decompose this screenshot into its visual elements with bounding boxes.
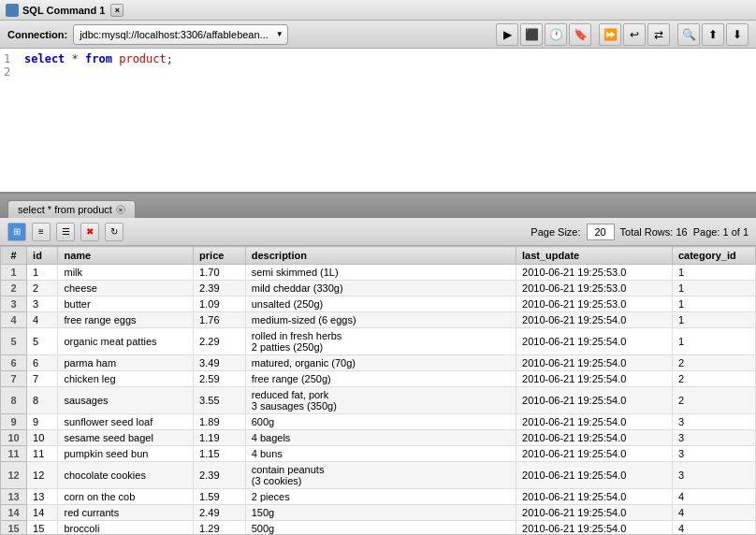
history-icon[interactable]: 🕐 [545, 23, 567, 46]
table-row[interactable]: 7 7 chicken leg 2.59 free range (250g) 2… [1, 371, 756, 387]
cell-id: 15 [27, 521, 58, 535]
cell-description: reduced fat, pork3 sausages (350g) [245, 387, 516, 414]
cell-rownum: 9 [1, 414, 27, 430]
cell-rownum: 5 [1, 328, 27, 355]
form-view-icon[interactable]: ☰ [56, 223, 75, 241]
table-row[interactable]: 10 10 sesame seed bagel 1.19 4 bagels 20… [1, 430, 756, 446]
cell-id: 2 [27, 281, 58, 296]
cell-name: chocolate cookies [58, 462, 194, 489]
cell-category-id: 4 [672, 521, 755, 535]
run-icon[interactable]: ▶ [496, 23, 518, 46]
cell-description: 500g [245, 521, 516, 535]
cell-id: 7 [27, 371, 58, 387]
delete-icon[interactable]: ✖ [80, 223, 99, 241]
col-header-price[interactable]: price [194, 247, 246, 265]
tab-close-button[interactable]: × [116, 205, 125, 214]
sql-line-1: select * from product; [24, 52, 173, 65]
cell-description: 150g [245, 505, 516, 521]
stop-icon[interactable]: ⬛ [520, 23, 543, 46]
cell-last-update: 2010-06-21 19:25:53.0 [516, 296, 673, 312]
table-row[interactable]: 13 13 corn on the cob 1.59 2 pieces 2010… [1, 489, 756, 505]
table-row[interactable]: 11 11 pumpkin seed bun 1.15 4 buns 2010-… [1, 446, 756, 462]
col-header-last-update[interactable]: last_update [516, 247, 673, 265]
cell-category-id: 2 [672, 355, 755, 371]
cell-id: 14 [27, 505, 58, 521]
cell-name: cheese [58, 281, 194, 296]
table-row[interactable]: 1 1 milk 1.70 semi skimmed (1L) 2010-06-… [1, 265, 756, 281]
table-row[interactable]: 15 15 broccoli 1.29 500g 2010-06-21 19:2… [1, 521, 756, 535]
page-size-input[interactable]: 20 [587, 224, 615, 240]
cell-category-id: 3 [672, 414, 755, 430]
cell-last-update: 2010-06-21 19:25:54.0 [516, 521, 673, 535]
cell-last-update: 2010-06-21 19:25:54.0 [516, 430, 673, 446]
col-header-description[interactable]: description [245, 247, 516, 265]
connection-dropdown[interactable]: jdbc:mysql://localhost:3306/affablebean.… [73, 24, 288, 45]
cell-price: 1.09 [194, 296, 246, 312]
toolbar-icons: ▶ ⬛ 🕐 🔖 ⏩ ↩ ⇄ 🔍 ⬆ ⬇ [496, 23, 749, 46]
results-table-container: # id name price description last_update … [0, 246, 756, 534]
table-row[interactable]: 12 12 chocolate cookies 2.39 contain pea… [1, 462, 756, 489]
cell-price: 3.49 [194, 355, 246, 371]
cell-category-id: 2 [672, 371, 755, 387]
result-tab[interactable]: select * from product × [7, 200, 136, 218]
table-view-icon[interactable]: ⊞ [7, 223, 26, 241]
cell-name: organic meat patties [58, 328, 194, 355]
table-row[interactable]: 2 2 cheese 2.39 mild cheddar (330g) 2010… [1, 281, 756, 296]
cell-category-id: 1 [672, 281, 755, 296]
cell-last-update: 2010-06-21 19:25:54.0 [516, 371, 673, 387]
nav-icon[interactable]: ⇄ [647, 23, 670, 46]
sql-editor[interactable]: 1 select * from product; 2 [0, 49, 756, 194]
cell-description: matured, organic (70g) [245, 355, 516, 371]
cell-name: chicken leg [58, 371, 194, 387]
col-header-rownum: # [1, 247, 27, 265]
cell-last-update: 2010-06-21 19:25:54.0 [516, 446, 673, 462]
back-icon[interactable]: ↩ [623, 23, 646, 46]
list-view-icon[interactable]: ≡ [32, 223, 51, 241]
cell-price: 1.29 [194, 521, 246, 535]
cell-id: 4 [27, 312, 58, 328]
cell-id: 1 [27, 265, 58, 281]
col-header-name[interactable]: name [58, 247, 194, 265]
col-header-id[interactable]: id [27, 247, 58, 265]
cell-price: 3.55 [194, 387, 246, 414]
cell-id: 6 [27, 355, 58, 371]
table-row[interactable]: 6 6 parma ham 3.49 matured, organic (70g… [1, 355, 756, 371]
cell-category-id: 3 [672, 430, 755, 446]
editor-line-1: 1 select * from product; [4, 52, 752, 65]
cell-rownum: 1 [1, 265, 27, 281]
cell-id: 11 [27, 446, 58, 462]
cell-price: 2.39 [194, 281, 246, 296]
export-icon[interactable]: ⬆ [702, 23, 724, 46]
cell-description: rolled in fresh herbs2 patties (250g) [245, 328, 516, 355]
cell-rownum: 13 [1, 489, 27, 505]
cell-name: free range eggs [58, 312, 194, 328]
import-icon[interactable]: ⬇ [726, 23, 749, 46]
table-row[interactable]: 8 8 sausages 3.55 reduced fat, pork3 sau… [1, 387, 756, 414]
cell-category-id: 2 [672, 387, 755, 414]
window-title: SQL Command 1 [22, 5, 105, 16]
cell-price: 2.29 [194, 328, 246, 355]
cell-last-update: 2010-06-21 19:25:54.0 [516, 312, 673, 328]
col-header-category-id[interactable]: category_id [672, 247, 755, 265]
cell-price: 2.59 [194, 371, 246, 387]
cell-id: 10 [27, 430, 58, 446]
table-row[interactable]: 14 14 red currants 2.49 150g 2010-06-21 … [1, 505, 756, 521]
table-row[interactable]: 4 4 free range eggs 1.76 medium-sized (6… [1, 312, 756, 328]
close-button[interactable]: × [110, 4, 124, 17]
cell-rownum: 8 [1, 387, 27, 414]
cell-id: 13 [27, 489, 58, 505]
cell-rownum: 2 [1, 281, 27, 296]
table-row[interactable]: 5 5 organic meat patties 2.29 rolled in … [1, 328, 756, 355]
cell-price: 1.19 [194, 430, 246, 446]
cell-id: 9 [27, 414, 58, 430]
table-row[interactable]: 9 9 sunflower seed loaf 1.89 600g 2010-0… [1, 414, 756, 430]
cell-name: corn on the cob [58, 489, 194, 505]
cell-rownum: 3 [1, 296, 27, 312]
cell-category-id: 4 [672, 489, 755, 505]
cell-category-id: 3 [672, 446, 755, 462]
table-row[interactable]: 3 3 butter 1.09 unsalted (250g) 2010-06-… [1, 296, 756, 312]
search-icon[interactable]: 🔍 [677, 23, 700, 46]
refresh-icon[interactable]: ↻ [105, 223, 124, 241]
bookmark-icon[interactable]: 🔖 [569, 23, 591, 46]
forward-icon[interactable]: ⏩ [599, 23, 621, 46]
